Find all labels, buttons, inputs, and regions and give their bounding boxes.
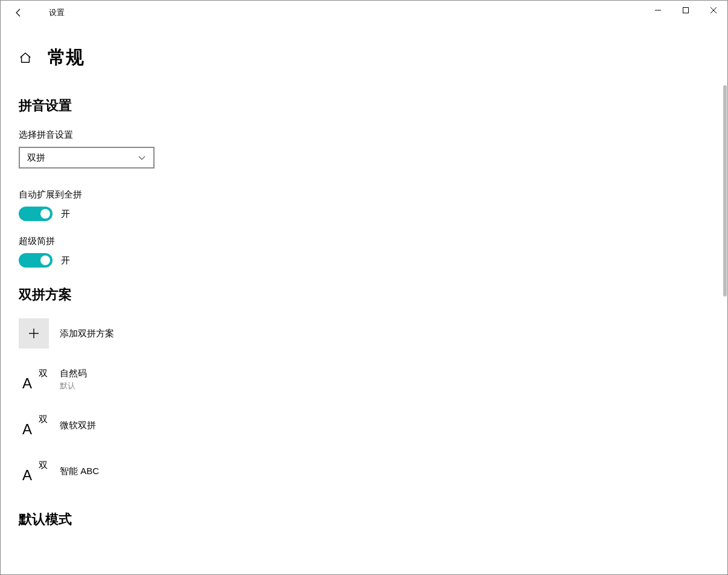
close-icon	[710, 7, 717, 14]
auto-expand-toggle-row: 开	[19, 207, 709, 221]
plus-icon	[28, 327, 40, 339]
back-button[interactable]	[7, 1, 31, 25]
super-simple-label: 超级简拼	[19, 236, 709, 247]
section-title-pinyin: 拼音设置	[19, 97, 709, 115]
minimize-button[interactable]	[644, 1, 672, 20]
super-simple-state: 开	[61, 255, 70, 266]
shuangpin-scheme-icon: A 双	[19, 456, 49, 486]
scheme-text: 智能 ABC	[60, 466, 99, 477]
auto-expand-toggle[interactable]	[19, 207, 53, 221]
page-header: 常规	[19, 45, 709, 70]
close-button[interactable]	[700, 1, 727, 20]
scrollbar-thumb[interactable]	[723, 85, 727, 297]
maximize-icon	[682, 7, 689, 14]
content-area: 常规 拼音设置 选择拼音设置 双拼 自动扩展到全拼 开 超级简拼 开 双拼方案	[1, 25, 727, 574]
super-simple-toggle[interactable]	[19, 253, 53, 268]
home-button[interactable]	[19, 51, 32, 65]
auto-expand-label: 自动扩展到全拼	[19, 189, 709, 201]
scheme-text: 微软双拼	[60, 420, 96, 431]
shuangpin-scheme-icon: A 双	[19, 410, 49, 440]
toggle-knob	[40, 255, 50, 265]
shuangpin-scheme-section: 双拼方案 添加双拼方案 A 双 自然码 默认 A 双 微软双拼	[19, 286, 709, 486]
shuangpin-scheme-icon: A 双	[19, 364, 49, 394]
scheme-name: 智能 ABC	[60, 466, 99, 477]
chevron-down-icon	[138, 153, 146, 162]
page-title: 常规	[48, 45, 84, 70]
add-scheme-label: 添加双拼方案	[60, 328, 114, 339]
toggle-knob	[40, 209, 50, 219]
pinyin-settings-section: 拼音设置 选择拼音设置 双拼 自动扩展到全拼 开 超级简拼 开	[19, 97, 709, 268]
section-title-default-mode: 默认模式	[19, 510, 709, 528]
scheme-item-zhineng-abc[interactable]: A 双 智能 ABC	[19, 456, 709, 486]
window-controls	[644, 1, 727, 20]
scheme-text: 自然码 默认	[60, 368, 87, 391]
scheme-item-ziranma[interactable]: A 双 自然码 默认	[19, 364, 709, 394]
scheme-item-microsoft[interactable]: A 双 微软双拼	[19, 410, 709, 440]
scheme-subtitle: 默认	[60, 381, 87, 391]
scheme-name: 自然码	[60, 368, 87, 379]
window-title: 设置	[49, 7, 65, 18]
home-icon	[19, 51, 32, 65]
back-arrow-icon	[14, 8, 24, 18]
titlebar: 设置	[1, 1, 727, 25]
select-pinyin-label: 选择拼音设置	[19, 129, 709, 141]
scheme-name: 微软双拼	[60, 420, 96, 431]
maximize-button[interactable]	[672, 1, 700, 20]
default-mode-section: 默认模式	[19, 510, 709, 528]
dropdown-value: 双拼	[27, 152, 45, 164]
auto-expand-state: 开	[61, 208, 70, 220]
svg-rect-1	[683, 8, 689, 13]
add-icon-box	[19, 318, 49, 349]
section-title-scheme: 双拼方案	[19, 286, 709, 304]
minimize-icon	[654, 7, 662, 14]
super-simple-toggle-row: 开	[19, 253, 709, 268]
add-scheme-button[interactable]: 添加双拼方案	[19, 318, 709, 349]
pinyin-setting-dropdown[interactable]: 双拼	[19, 147, 155, 169]
